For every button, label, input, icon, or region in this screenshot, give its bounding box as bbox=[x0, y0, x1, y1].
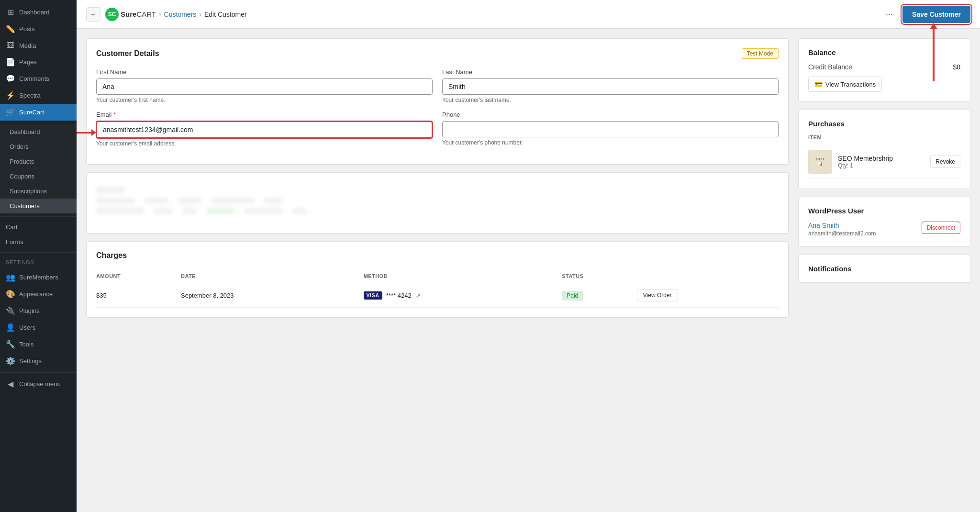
save-arrow-annotation bbox=[933, 29, 935, 81]
arrow-shaft bbox=[77, 132, 91, 134]
phone-label: Phone bbox=[442, 111, 779, 118]
sidebar-item-dashboard[interactable]: ⊞ Dashboard bbox=[0, 4, 77, 21]
card-last4: **** 4242 bbox=[386, 292, 412, 299]
comments-icon: 💬 bbox=[6, 74, 15, 83]
sidebar-item-appearance[interactable]: 🎨 Appearance bbox=[0, 286, 77, 302]
charges-header: Charges bbox=[96, 251, 779, 260]
phone-input[interactable] bbox=[442, 121, 779, 137]
topbar-left: ← SC SureCART › Customers › Edit Custome… bbox=[86, 7, 247, 22]
wordpress-user-card: WordPress User Ana Smith anasmith@testem… bbox=[798, 197, 970, 247]
item-qty: Qty: 1 bbox=[838, 162, 924, 169]
balance-card: Balance Credit Balance $0 💳 View Transac… bbox=[798, 38, 970, 102]
last-name-hint: Your customer's last name. bbox=[442, 97, 779, 103]
posts-icon: ✏️ bbox=[6, 24, 15, 33]
purchases-title: Purchases bbox=[808, 120, 960, 128]
sidebar-item-media[interactable]: 🖼 Media bbox=[0, 37, 77, 54]
card-header: Customer Details Test Mode bbox=[96, 48, 779, 59]
disconnect-button[interactable]: Disconnect bbox=[922, 222, 960, 234]
item-name: SEO Memebrshrip bbox=[838, 155, 924, 162]
phone-group: Phone Your customer's phone number. bbox=[442, 111, 779, 147]
col-amount: Amount bbox=[96, 269, 181, 283]
charges-title: Charges bbox=[96, 251, 127, 260]
email-group: Email * Your customer's email address. bbox=[96, 111, 433, 147]
sidebar-item-comments[interactable]: 💬 Comments bbox=[0, 70, 77, 87]
purchases-card: Purchases Item SEO📊 SEO Memebrshrip Qty:… bbox=[798, 110, 970, 189]
sidebar-item-cart[interactable]: Cart bbox=[0, 220, 77, 234]
wp-user-info: Ana Smith anasmith@testemail2.com Discon… bbox=[808, 222, 960, 237]
payment-method: VISA **** 4242 ↗ bbox=[364, 291, 562, 300]
email-input[interactable] bbox=[96, 121, 433, 138]
last-name-label: Last Name bbox=[442, 68, 779, 76]
sidebar-item-pages[interactable]: 📄 Pages bbox=[0, 54, 77, 70]
sidebar-item-collapse[interactable]: ◀ Collapse menu bbox=[0, 376, 77, 392]
wp-user-title: WordPress User bbox=[808, 207, 960, 215]
first-name-input[interactable] bbox=[96, 78, 433, 95]
credit-balance-row: Credit Balance $0 bbox=[808, 63, 960, 71]
sidebar-item-users[interactable]: 👤 Users bbox=[0, 319, 77, 336]
last-name-group: Last Name Your customer's last name. bbox=[442, 68, 779, 103]
card-title: Customer Details bbox=[96, 49, 159, 58]
item-col-label: Item bbox=[808, 134, 960, 140]
collapse-icon: ◀ bbox=[6, 379, 15, 389]
sidebar-subnav-coupons[interactable]: Coupons bbox=[0, 169, 77, 184]
sidebar-item-forms[interactable]: Forms bbox=[0, 234, 77, 249]
sidebar-subnav-customers[interactable]: Customers bbox=[0, 199, 77, 213]
breadcrumb-customers[interactable]: Customers bbox=[164, 11, 197, 18]
more-button[interactable]: ··· bbox=[882, 7, 897, 21]
email-hint: Your customer's email address. bbox=[96, 140, 433, 147]
col-date: Date bbox=[181, 269, 364, 283]
logo-circle: SC bbox=[105, 8, 119, 21]
sidebar-item-plugins[interactable]: 🔌 Plugins bbox=[0, 302, 77, 319]
wp-user-email: anasmith@testemail2.com bbox=[808, 230, 876, 237]
status-badge: Paid bbox=[562, 291, 583, 301]
brand-logo: SC SureCART bbox=[105, 8, 156, 21]
credit-balance-value: $0 bbox=[953, 63, 960, 71]
charge-method: VISA **** 4242 ↗ bbox=[364, 283, 562, 308]
seo-thumbnail: SEO📊 bbox=[808, 150, 832, 174]
breadcrumb-sep-1: › bbox=[159, 11, 161, 18]
breadcrumb-sep-2: › bbox=[199, 11, 201, 18]
view-order-button[interactable]: View Order bbox=[637, 289, 678, 301]
contact-row: Email * Your customer's email address. P… bbox=[96, 111, 779, 147]
sidebar-item-spectra[interactable]: ⚡ Spectra bbox=[0, 87, 77, 104]
revoke-button[interactable]: Revoke bbox=[930, 156, 960, 168]
appearance-icon: 🎨 bbox=[6, 289, 15, 299]
breadcrumb: SC SureCART › Customers › Edit Customer bbox=[105, 8, 247, 21]
sidebar-subnav-dashboard[interactable]: Dashboard bbox=[0, 124, 77, 139]
sidebar-item-posts[interactable]: ✏️ Posts bbox=[0, 21, 77, 37]
topbar-right: ··· Save Customer bbox=[882, 6, 970, 23]
charges-card: Charges Amount Date Method Status bbox=[86, 241, 789, 318]
sidebar-subnav-products[interactable]: Products bbox=[0, 154, 77, 169]
surecart-icon: 🛒 bbox=[6, 108, 15, 117]
external-link-icon[interactable]: ↗ bbox=[415, 291, 421, 299]
last-name-input[interactable] bbox=[442, 78, 779, 95]
blurred-section bbox=[96, 182, 779, 223]
col-action bbox=[637, 269, 779, 283]
plugins-icon: 🔌 bbox=[6, 306, 15, 315]
sidebar: ⊞ Dashboard ✏️ Posts 🖼 Media 📄 Pages 💬 C… bbox=[0, 0, 77, 512]
charge-status: Paid bbox=[562, 283, 637, 308]
charge-amount: $35 bbox=[96, 283, 181, 308]
main-wrapper: ← SC SureCART › Customers › Edit Custome… bbox=[77, 0, 980, 512]
email-label: Email * bbox=[96, 111, 433, 118]
phone-hint: Your customer's phone number. bbox=[442, 139, 779, 146]
sidebar-item-suremembers[interactable]: 👥 SureMembers bbox=[0, 269, 77, 286]
notifications-card: Notifications bbox=[798, 255, 970, 283]
sidebar-item-settings[interactable]: ⚙️ Settings bbox=[0, 353, 77, 369]
view-transactions-button[interactable]: 💳 View Transactions bbox=[808, 77, 882, 92]
sidebar-item-tools[interactable]: 🔧 Tools bbox=[0, 336, 77, 353]
balance-title: Balance bbox=[808, 48, 960, 56]
sidebar-subnav-orders[interactable]: Orders bbox=[0, 139, 77, 154]
charge-action: View Order bbox=[637, 283, 779, 308]
first-name-hint: Your customer's first name. bbox=[96, 97, 433, 103]
first-name-label: First Name bbox=[96, 68, 433, 76]
sidebar-item-surecart[interactable]: 🛒 SureCart bbox=[0, 104, 77, 121]
wp-user-link[interactable]: Ana Smith bbox=[808, 222, 876, 229]
col-status: Status bbox=[562, 269, 637, 283]
sidebar-subnav-subscriptions[interactable]: Subscriptions bbox=[0, 184, 77, 199]
charges-table: Amount Date Method Status $35 September … bbox=[96, 269, 779, 308]
transactions-icon: 💳 bbox=[814, 80, 823, 88]
save-customer-button[interactable]: Save Customer bbox=[902, 6, 970, 23]
back-button[interactable]: ← bbox=[86, 7, 100, 22]
notifications-title: Notifications bbox=[808, 265, 960, 273]
